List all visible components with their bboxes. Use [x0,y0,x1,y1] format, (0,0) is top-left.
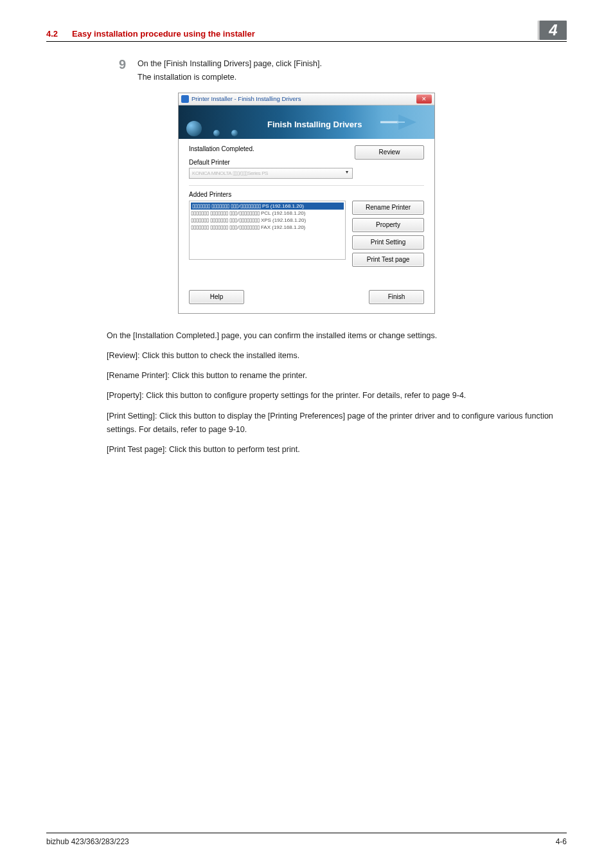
default-printer-select[interactable]: KONICA MINOLTA ▯▯▯/▯▯▯Series PS ▾ [189,168,353,179]
print-setting-button[interactable]: Print Setting [352,235,424,249]
body-paragraph: On the [Installation Completed.] page, y… [46,329,567,343]
dialog-banner: Finish Installing Drivers [179,105,434,139]
property-button[interactable]: Property [352,218,424,232]
step-line-2: The installation is complete. [138,71,567,84]
dialog-titlebar: Printer Installer - Finish Installing Dr… [179,93,434,105]
default-printer-label: Default Printer [189,159,353,166]
footer-right: 4-6 [556,837,567,846]
step-line-1: On the [Finish Installing Drivers] page,… [138,57,567,71]
chapter-tab: 4 [540,21,567,40]
body-paragraph: [Property]: Click this button to configu… [46,389,567,402]
installation-completed-label: Installation Completed. [189,145,353,152]
step-number: 9 [107,57,129,85]
dialog-title: Printer Installer - Finish Installing Dr… [191,95,301,102]
orb-icon [186,121,202,136]
footer-left: bizhub 423/363/283/223 [46,837,129,846]
installer-dialog: Printer Installer - Finish Installing Dr… [178,93,435,314]
step-block: 9 On the [Finish Installing Drivers] pag… [46,57,567,85]
app-icon [181,95,189,103]
help-button[interactable]: Help [189,290,244,304]
section-title: Easy installation procedure using the in… [72,29,255,39]
page-header: 4.2 Easy installation procedure using th… [46,19,567,42]
default-printer-value: KONICA MINOLTA ▯▯▯/▯▯▯Series PS [192,170,268,176]
orb-icon [213,130,220,136]
section-number: 4.2 [46,29,58,39]
added-printers-list[interactable]: ▯▯▯▯▯▯▯ ▯▯▯▯▯▯▯ ▯▯▯/▯▯▯▯▯▯▯▯ PS (192.168… [189,201,346,260]
body-paragraph: [Rename Printer]: Click this button to r… [46,369,567,383]
close-icon[interactable]: ✕ [416,95,432,104]
print-test-page-button[interactable]: Print Test page [352,253,424,267]
review-button[interactable]: Review [355,145,424,159]
body-paragraph: [Print Setting]: Click this button to di… [46,410,567,437]
added-printers-label: Added Printers [189,191,424,198]
chevron-down-icon: ▾ [343,169,351,177]
finish-button[interactable]: Finish [369,290,424,304]
list-item[interactable]: ▯▯▯▯▯▯▯ ▯▯▯▯▯▯▯ ▯▯▯/▯▯▯▯▯▯▯▯ PS (192.168… [191,203,344,210]
page-footer: bizhub 423/363/283/223 4-6 [46,833,567,846]
arrow-icon [379,112,420,134]
banner-title: Finish Installing Drivers [267,120,362,129]
list-item[interactable]: ▯▯▯▯▯▯▯ ▯▯▯▯▯▯▯ ▯▯▯/▯▯▯▯▯▯▯▯ XPS (192.16… [191,217,344,224]
list-item[interactable]: ▯▯▯▯▯▯▯ ▯▯▯▯▯▯▯ ▯▯▯/▯▯▯▯▯▯▯▯ PCL (192.16… [191,210,344,217]
body-paragraph: [Review]: Click this button to check the… [46,349,567,363]
list-item[interactable]: ▯▯▯▯▯▯▯ ▯▯▯▯▯▯▯ ▯▯▯/▯▯▯▯▯▯▯▯ FAX (192.16… [191,224,344,231]
rename-printer-button[interactable]: Rename Printer [352,201,424,215]
body-paragraph: [Print Test page]: Click this button to … [46,443,567,457]
orb-icon [231,130,238,136]
